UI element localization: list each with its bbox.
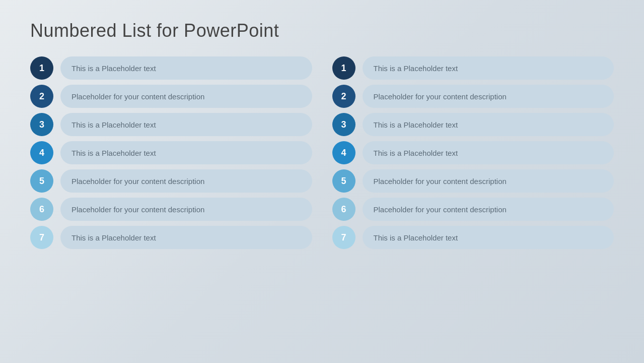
item-text: Placeholder for your content description: [363, 85, 614, 108]
number-badge: 4: [30, 141, 53, 164]
list-item: 3This is a Placeholder text: [332, 113, 614, 136]
item-text: Placeholder for your content description: [363, 169, 614, 193]
number-badge: 6: [332, 198, 355, 221]
right-column: 1This is a Placeholder text2Placeholder …: [332, 56, 614, 348]
item-text: Placeholder for your content description: [60, 198, 312, 221]
list-item: 2Placeholder for your content descriptio…: [30, 85, 312, 108]
item-text: This is a Placeholder text: [60, 141, 312, 164]
list-item: 4This is a Placeholder text: [30, 141, 312, 164]
item-text: This is a Placeholder text: [363, 113, 614, 136]
number-badge: 7: [332, 226, 355, 249]
list-item: 5Placeholder for your content descriptio…: [30, 169, 312, 193]
number-badge: 5: [332, 169, 355, 193]
item-text: This is a Placeholder text: [60, 113, 312, 136]
list-item: 1This is a Placeholder text: [332, 56, 614, 80]
item-text: Placeholder for your content description: [60, 85, 312, 108]
list-item: 7This is a Placeholder text: [332, 226, 614, 249]
number-badge: 1: [332, 56, 355, 80]
list-item: 6Placeholder for your content descriptio…: [332, 198, 614, 221]
content-area: 1This is a Placeholder text2Placeholder …: [30, 56, 614, 348]
item-text: This is a Placeholder text: [60, 56, 312, 80]
item-text: This is a Placeholder text: [60, 226, 312, 249]
slide: Numbered List for PowerPoint 1This is a …: [0, 0, 644, 363]
number-badge: 1: [30, 56, 53, 80]
list-item: 2Placeholder for your content descriptio…: [332, 85, 614, 108]
number-badge: 3: [30, 113, 53, 136]
item-text: Placeholder for your content description: [363, 198, 614, 221]
number-badge: 6: [30, 198, 53, 221]
list-item: 4This is a Placeholder text: [332, 141, 614, 164]
left-column: 1This is a Placeholder text2Placeholder …: [30, 56, 312, 348]
item-text: Placeholder for your content description: [60, 169, 312, 193]
list-item: 5Placeholder for your content descriptio…: [332, 169, 614, 193]
number-badge: 3: [332, 113, 355, 136]
item-text: This is a Placeholder text: [363, 226, 614, 249]
number-badge: 7: [30, 226, 53, 249]
list-item: 7This is a Placeholder text: [30, 226, 312, 249]
list-item: 1This is a Placeholder text: [30, 56, 312, 80]
slide-title: Numbered List for PowerPoint: [30, 20, 614, 41]
item-text: This is a Placeholder text: [363, 56, 614, 80]
number-badge: 5: [30, 169, 53, 193]
number-badge: 2: [30, 85, 53, 108]
number-badge: 2: [332, 85, 355, 108]
item-text: This is a Placeholder text: [363, 141, 614, 164]
list-item: 6Placeholder for your content descriptio…: [30, 198, 312, 221]
number-badge: 4: [332, 141, 355, 164]
list-item: 3This is a Placeholder text: [30, 113, 312, 136]
